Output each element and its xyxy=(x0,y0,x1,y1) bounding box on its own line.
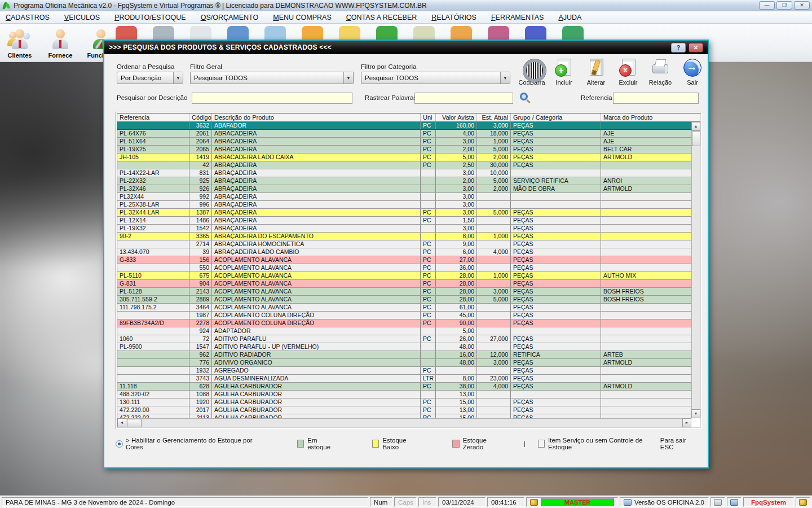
color-management-radio[interactable] xyxy=(116,440,123,448)
codbarra-button[interactable]: CodBarra xyxy=(518,59,546,88)
header-codigo[interactable]: Código xyxy=(189,113,212,121)
table-row[interactable]: 42 ABRAÇADEIRA PC 2,50 30,000 PEÇAS xyxy=(117,161,691,169)
table-row[interactable]: 776 ADIVIVO ORGANICO 48,00 3,000 PEÇAS A… xyxy=(117,359,691,367)
cell-valor-avista: 26,00 xyxy=(436,335,477,343)
vertical-scroll-thumb[interactable] xyxy=(692,132,700,146)
dialog-close-button[interactable]: ✕ xyxy=(689,43,703,52)
header-grupo-categoria[interactable]: Grupo / Categoria xyxy=(511,113,601,121)
horizontal-scroll-thumb[interactable] xyxy=(127,419,142,427)
toolbar-clientes-button[interactable]: Clientes xyxy=(3,25,36,60)
table-row[interactable]: 550 ACOPLAMENTO ALAVANCA PC 36,00 PEÇAS xyxy=(117,264,691,272)
restore-button[interactable]: ❐ xyxy=(776,1,792,10)
general-filter-combobox[interactable]: Pesquisar TODOS ▼ xyxy=(190,72,354,84)
category-filter-combobox[interactable]: Pesquisar TODOS ▼ xyxy=(361,72,510,84)
header-referencia[interactable]: Referencia xyxy=(117,113,189,121)
cell-uni xyxy=(421,169,436,177)
table-row[interactable]: 1932 AGREGADO PC PEÇAS xyxy=(117,367,691,375)
table-row[interactable]: PL-32X44-LAR 1387 ABRAÇADEIRA PC 3,00 5,… xyxy=(117,209,691,217)
table-row[interactable]: 3632 ABAFADOR PC 160,00 3,000 PEÇAS xyxy=(117,122,691,130)
table-row[interactable]: PL-51X64 2064 ABRACADEIRA PC 3,00 1,000 … xyxy=(117,138,691,146)
table-row[interactable]: PL-32X46 926 ABRAÇADEIRA 3,00 2,000 MÃO … xyxy=(117,185,691,193)
toolbar-fornecedores-button[interactable]: Fornece xyxy=(44,25,77,60)
cell-descricao: AGULHA CARBURADOR xyxy=(212,398,421,406)
scroll-left-icon[interactable]: ◄ xyxy=(117,418,126,427)
table-row[interactable]: PL-12X14 1486 ABRAÇADEIRA PC 1,50 PEÇAS xyxy=(117,217,691,225)
table-row[interactable]: 2714 ABRAÇADEIRA HOMOCINETICA PC 9,00 PE… xyxy=(117,240,691,248)
scroll-up-icon[interactable]: ▲ xyxy=(691,122,700,131)
table-row[interactable]: PL-64X76 2061 ABRACADEIRA PC 4,00 18,000… xyxy=(117,130,691,138)
chevron-down-icon[interactable]: ▼ xyxy=(343,72,353,84)
menu-item[interactable]: MENU COMPRAS xyxy=(273,14,332,21)
menu-item[interactable]: CADASTROS xyxy=(6,14,50,21)
table-row[interactable]: JH-105 1419 ABRACADEIRA LADO CAIXA PC 5,… xyxy=(117,154,691,161)
table-row[interactable]: 90-2 3365 ABRAÇADEIRA DO ESCAPAMENTO 8,0… xyxy=(117,233,691,240)
table-row[interactable]: PL-22X32 925 ABRAÇADEIRA 2,00 5,000 SERV… xyxy=(117,177,691,185)
table-row[interactable]: 488.320-02 1088 AGULHA CARBURADOR 13,00 xyxy=(117,391,691,398)
table-row[interactable]: 924 ADAPTADOR 5,00 xyxy=(117,327,691,335)
table-row[interactable]: PL32X44 992 ABRAÇADEIRA 3,00 xyxy=(117,193,691,201)
header-est-atual[interactable]: Est. Atual xyxy=(477,113,511,121)
display-icon[interactable] xyxy=(730,499,738,506)
menu-item[interactable]: CONTAS A RECEBER xyxy=(346,14,417,21)
table-row[interactable]: G-831 904 ACOPLAMENTO ALAVANCA PC 28,00 … xyxy=(117,280,691,288)
menu-item[interactable]: PRODUTO/ESTOQUE xyxy=(114,14,186,21)
reference-input[interactable] xyxy=(613,93,699,104)
cell-codigo: 156 xyxy=(189,256,212,264)
alterar-button[interactable]: Alterar xyxy=(582,59,610,88)
table-row[interactable]: 3743 AGUA DESMINERALIZADA LTR 8,00 23,00… xyxy=(117,375,691,383)
table-row[interactable]: PL-14X22-LAR 831 ABRAÇADEIRA 3,00 10,000 xyxy=(117,169,691,177)
close-button[interactable]: ✕ xyxy=(794,1,810,10)
scroll-down-icon[interactable]: ▼ xyxy=(691,409,700,418)
printer-icon[interactable] xyxy=(714,499,722,506)
table-row[interactable]: 13.434.070 39 ABRAÇADEIRA LADO CAMBIO PC… xyxy=(117,248,691,256)
menu-item[interactable]: VEICULOS xyxy=(64,14,100,21)
sair-button[interactable]: Sair xyxy=(678,59,707,88)
vertical-scrollbar[interactable]: ▲ ▼ xyxy=(691,122,700,418)
horizontal-scrollbar[interactable]: ◄ ► xyxy=(117,418,691,427)
table-row[interactable]: PL-25X38-LAR 996 ABRAÇADEIRA 3,00 xyxy=(117,201,691,209)
menu-item[interactable]: FERRAMENTAS xyxy=(491,14,544,21)
dialog-titlebar[interactable]: >>> PESQUISA DOS PRODUTOS & SERVIÇOS CAD… xyxy=(104,41,708,54)
excluir-button[interactable]: Excluir xyxy=(614,59,642,88)
incluir-button[interactable]: Incluir xyxy=(550,59,578,88)
minimize-button[interactable]: — xyxy=(759,1,775,10)
table-row[interactable]: PL-9500 1547 ADITIVO PARAFLU - UP (VERME… xyxy=(117,343,691,351)
table-row[interactable]: 472.222.02 2113 AGULHA CARBURADOR PC 15,… xyxy=(117,414,691,418)
menu-item[interactable]: AJUDA xyxy=(558,14,581,21)
table-row[interactable]: 89FB3B734A2/D 2278 ACOPLAMENTO COLUNA DI… xyxy=(117,319,691,327)
cell-valor-avista: 1,50 xyxy=(436,217,477,224)
scroll-right-icon[interactable]: ► xyxy=(682,418,691,427)
table-row[interactable]: 472.220.00 2017 AGULHA CARBURADOR PC 13,… xyxy=(117,406,691,414)
search-icon[interactable] xyxy=(520,93,528,100)
header-uni[interactable]: Uni xyxy=(421,113,436,121)
menu-item[interactable]: RELATÓRIOS xyxy=(431,14,476,21)
table-row[interactable]: 1987 ACOPLAMENTO COLUNA DIREÇÃO PC 45,00… xyxy=(117,312,691,319)
table-row[interactable]: 111.798.175.2 3464 ACOPLAMENTO ALAVANCA … xyxy=(117,304,691,312)
table-row[interactable]: PL-19X25 2065 ABRACADEIRA PC 2,00 5,000 … xyxy=(117,146,691,154)
table-row[interactable]: 962 ADITIVO RADIADOR 16,00 12,000 RETIFI… xyxy=(117,351,691,359)
chevron-down-icon[interactable]: ▼ xyxy=(173,72,183,84)
table-row[interactable]: PL-5128 2143 ACOPLAMENTO ALAVANCA PC 28,… xyxy=(117,288,691,296)
order-search-combobox[interactable]: Por Descrição ▼ xyxy=(117,72,183,84)
track-words-input[interactable] xyxy=(414,93,513,104)
dialog-help-button[interactable]: ? xyxy=(671,43,686,52)
table-row[interactable]: G-833 156 ACOPLAMENTO ALAVANCA PC 27,00 … xyxy=(117,256,691,264)
cell-marca xyxy=(601,256,691,264)
cell-uni: PC xyxy=(421,130,436,137)
action-icon xyxy=(554,59,574,78)
header-descricao[interactable]: Descrição do Produto xyxy=(212,113,421,121)
chevron-down-icon[interactable]: ▼ xyxy=(500,72,510,84)
cell-est-atual xyxy=(477,193,511,200)
search-description-input[interactable] xyxy=(192,93,352,104)
relacao-button[interactable]: Relação xyxy=(646,59,674,88)
table-row[interactable]: 305.711.559-2 2889 ACOPLAMENTO ALAVANCA … xyxy=(117,296,691,304)
table-row[interactable]: 130.111 1920 AGULHA CARBURADOR PC 15,00 … xyxy=(117,398,691,406)
header-valor-avista[interactable]: Valor Avista xyxy=(436,113,477,121)
menu-item[interactable]: OS/ORÇAMENTO xyxy=(201,14,259,21)
table-row[interactable]: 1060 72 ADITIVO PARAFLU PC 26,00 27,000 … xyxy=(117,335,691,343)
cell-referencia: PL-5128 xyxy=(117,288,189,295)
table-row[interactable]: 11.118 628 AGULHA CARBURADOR PC 38,00 4,… xyxy=(117,383,691,391)
table-row[interactable]: PL-19X32 1542 ABRAÇADEIRA 3,00 PEÇAS xyxy=(117,225,691,233)
table-row[interactable]: PL-5110 675 ACOPLAMENTO ALAVANCA PC 28,0… xyxy=(117,272,691,280)
header-marca[interactable]: Marca do Produto xyxy=(601,113,700,121)
